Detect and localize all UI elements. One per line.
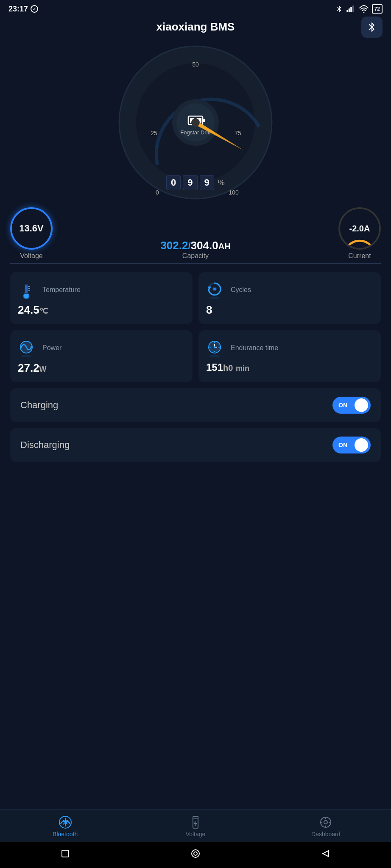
cycles-label: Cycles (231, 286, 251, 294)
svg-point-41 (209, 355, 220, 357)
power-icon (16, 338, 36, 358)
endurance-icon (204, 338, 225, 358)
svg-rect-25 (25, 285, 28, 293)
power-value: 27.2W (16, 362, 185, 375)
current-value: -2.0A (349, 224, 370, 234)
nav-dashboard-label: Dashboard (311, 831, 341, 837)
bluetooth-header-button[interactable] (361, 17, 383, 38)
power-label: Power (42, 344, 61, 352)
current-circle: -2.0A (338, 207, 381, 250)
svg-marker-64 (323, 851, 329, 857)
app-header: xiaoxiang BMS (0, 16, 391, 38)
android-nav-bar (0, 842, 391, 868)
nav-bluetooth-icon (59, 815, 72, 829)
current-label: Current (348, 252, 371, 260)
android-home-button[interactable] (190, 848, 201, 860)
svg-rect-0 (346, 10, 348, 12)
cycles-value: 8 (204, 303, 373, 317)
discharging-toggle-row: Discharging ON (10, 428, 381, 462)
endurance-value: 151h0 min (204, 362, 373, 373)
svg-point-35 (213, 288, 216, 290)
charging-toggle-state: ON (335, 402, 347, 409)
percent-digit-0: 0 (166, 175, 181, 190)
voltage-value: 13.6V (19, 223, 44, 234)
voltage-label: Voltage (20, 252, 42, 260)
temperature-card: Temperature 24.5℃ (10, 272, 193, 324)
capacity-unit: AH (218, 242, 231, 251)
svg-point-4 (363, 12, 364, 13)
percent-sign: % (218, 178, 225, 187)
power-card: Power 27.2W (10, 330, 193, 382)
svg-point-40 (31, 346, 32, 348)
bluetooth-header-icon (366, 22, 377, 33)
charging-toggle-knob (355, 398, 368, 412)
temperature-label: Temperature (42, 286, 81, 294)
cycles-icon (204, 280, 225, 300)
status-time: 23:17 (8, 5, 28, 14)
android-recents-button[interactable] (59, 848, 71, 860)
nav-dashboard-icon (319, 815, 332, 829)
wifi-icon (359, 5, 369, 13)
current-metric: -2.0A Current (338, 207, 381, 260)
cycles-card: Cycles 8 (198, 272, 381, 324)
discharging-toggle-state: ON (335, 442, 347, 448)
nav-voltage-icon (189, 815, 202, 829)
charging-toggle-row: Charging ON (10, 388, 381, 422)
endurance-label: Endurance time (231, 344, 278, 352)
svg-point-30 (21, 298, 31, 299)
svg-point-31 (209, 297, 220, 299)
battery-indicator: 72 (372, 4, 383, 14)
gauge-wrapper: Fogstar Drift 50 25 75 0 100 0 9 9 (115, 42, 276, 203)
charging-toggle[interactable]: ON (332, 397, 371, 414)
svg-rect-2 (350, 7, 352, 12)
svg-rect-1 (348, 8, 350, 12)
app-title: xiaoxiang BMS (156, 20, 235, 33)
endurance-card: Endurance time 151h0 min (198, 330, 381, 382)
svg-point-63 (194, 852, 197, 855)
discharging-toggle[interactable]: ON (332, 437, 371, 453)
discharging-label: Discharging (20, 440, 70, 451)
nav-voltage[interactable]: Voltage (179, 815, 212, 837)
svg-point-29 (24, 294, 28, 298)
gauge-container: Fogstar Drift 50 25 75 0 100 0 9 9 (0, 38, 391, 203)
bluetooth-status-icon (335, 5, 343, 13)
svg-point-50 (214, 346, 215, 348)
svg-point-36 (21, 355, 31, 357)
capacity-label: Capacity (182, 252, 209, 259)
svg-point-56 (324, 821, 327, 824)
nav-bluetooth[interactable]: Bluetooth (48, 815, 82, 837)
nav-voltage-label: Voltage (186, 831, 206, 837)
nav-bluetooth-label: Bluetooth (53, 831, 78, 837)
capacity-current: 302.2 (160, 239, 188, 252)
percent-display: 0 9 9 % (166, 175, 225, 190)
capacity-total: 304.0 (191, 239, 218, 252)
nav-dashboard[interactable]: Dashboard (309, 815, 343, 837)
android-back-button[interactable] (320, 848, 332, 860)
cards-grid: Temperature 24.5℃ Cycles 8 (0, 264, 391, 382)
svg-point-62 (192, 850, 199, 857)
temperature-icon (16, 280, 36, 300)
bottom-nav: Bluetooth Voltage Dashboard (0, 809, 391, 842)
capacity-metric: 302.2/304.0AH Capacity (160, 239, 230, 260)
voltage-circle: 13.6V (10, 207, 53, 250)
discharging-toggle-knob (355, 438, 368, 452)
status-bar: 23:17 ✓ 72 (0, 0, 391, 16)
svg-rect-3 (352, 6, 354, 12)
percent-digit-2: 9 (200, 175, 214, 190)
svg-rect-61 (62, 850, 69, 857)
status-check-icon: ✓ (31, 5, 38, 13)
signal-icon (346, 6, 356, 12)
svg-point-39 (20, 346, 22, 348)
voltage-metric: 13.6V Voltage (10, 207, 53, 260)
percent-digit-1: 9 (183, 175, 197, 190)
temperature-value: 24.5℃ (16, 303, 185, 317)
metrics-row: 13.6V Voltage 302.2/304.0AH Capacity -2.… (0, 207, 391, 260)
charging-label: Charging (20, 400, 58, 411)
